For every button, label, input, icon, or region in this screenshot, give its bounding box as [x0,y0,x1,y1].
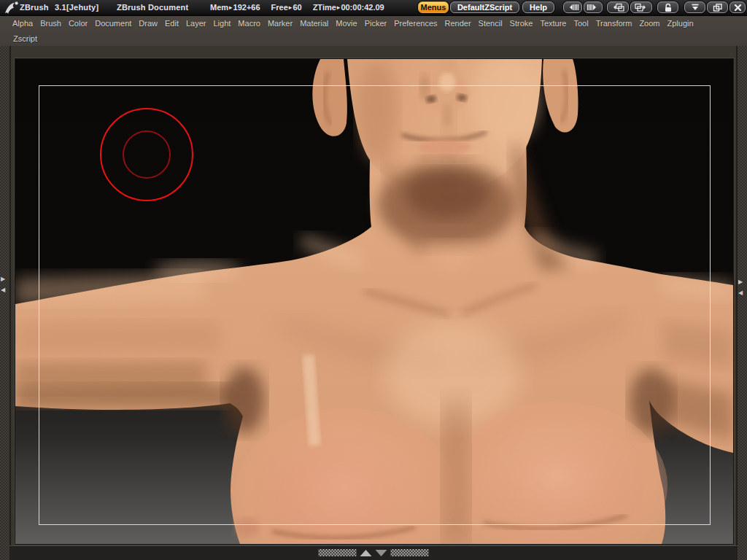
app-title: ZBrush [20,0,49,15]
title-bar: ZBrush 3.1[Jehuty] ZBrush Document Mem▸1… [0,0,747,16]
lock-button[interactable] [657,1,678,13]
stat-arrow-icon: ▸ [229,0,233,15]
menu-render[interactable]: Render [445,19,471,28]
left-tray-open-icon[interactable]: ▶ [1,276,5,283]
menu-zplugin[interactable]: Zplugin [667,19,694,28]
menu-color[interactable]: Color [69,19,88,28]
bottom-tray-handle[interactable] [319,549,429,556]
scrub-left-button[interactable] [563,1,582,13]
menus-button[interactable]: Menus [418,1,449,13]
bottom-tray-grip-left[interactable] [319,549,357,556]
help-button[interactable]: Help [522,1,554,13]
right-tray-strip[interactable]: ▶ ◀ [736,15,747,560]
default-zscript-button[interactable]: DefaultZScript [450,1,519,13]
restore-button[interactable] [707,1,728,13]
menu-material[interactable]: Material [300,19,328,28]
menu-document[interactable]: Document [95,19,131,28]
bottom-tray-grip-right[interactable] [391,549,429,556]
menu-marker[interactable]: Marker [268,19,293,28]
stat-arrow-icon: ▸ [337,0,341,15]
bottom-bar [9,545,738,560]
menu-bar: Alpha Brush Color Document Draw Edit Lay… [0,15,747,46]
left-tray-strip[interactable]: ▶ ◀ [0,15,11,560]
menu-stencil[interactable]: Stencil [479,19,503,28]
menu-tool[interactable]: Tool [573,19,588,28]
free-stat: Free▸60 [271,0,302,15]
windows-arrow-right-icon [634,2,649,12]
menu-zoom[interactable]: Zoom [639,19,659,28]
menu-zscript[interactable]: Zscript [13,34,37,43]
menu-texture[interactable]: Texture [540,19,566,28]
document-title: ZBrush Document [117,0,188,15]
menu-brush[interactable]: Brush [40,19,61,28]
menu-transform[interactable]: Transform [596,19,632,28]
app-version: 3.1[Jehuty] [55,0,98,15]
scrub-right-button[interactable] [584,1,603,13]
windows-arrow-left-icon [611,2,625,12]
zbrush-logo-icon [4,1,20,15]
menu-row-1: Alpha Brush Color Document Draw Edit Lay… [0,15,747,31]
status-stats: Mem▸192+66 Free▸60 ZTime▸00:00:42.09 [210,0,384,15]
lock-icon [663,3,673,12]
collapse-down-icon [690,3,700,12]
menu-preferences[interactable]: Preferences [394,19,437,28]
menu-draw[interactable]: Draw [139,19,158,28]
close-icon [734,4,742,12]
tray-down-icon[interactable] [376,550,387,556]
menu-light[interactable]: Light [214,19,231,28]
right-tray-close-icon[interactable]: ◀ [738,289,743,297]
menu-macro[interactable]: Macro [238,19,260,28]
scrub-left-icon [566,3,579,12]
menu-alpha[interactable]: Alpha [12,19,33,28]
document-border-frame [39,85,711,525]
mem-stat: Mem▸192+66 [210,0,260,15]
close-button[interactable] [729,1,746,13]
dock-left-button[interactable] [607,1,629,13]
hide-ui-button[interactable] [684,1,705,13]
tray-up-icon[interactable] [360,550,372,556]
left-tray-close-icon[interactable]: ◀ [1,287,5,294]
ztime-stat: ZTime▸00:00:42.09 [313,0,384,15]
stat-arrow-icon: ▸ [289,0,293,15]
document-canvas[interactable] [15,58,734,545]
menu-picker[interactable]: Picker [365,19,387,28]
menu-movie[interactable]: Movie [336,19,357,28]
menu-edit[interactable]: Edit [165,19,179,28]
restore-windows-icon [712,3,723,12]
menu-stroke[interactable]: Stroke [510,19,533,28]
scrub-right-icon [587,3,600,12]
dock-right-button[interactable] [630,1,652,13]
menu-layer[interactable]: Layer [186,19,206,28]
menu-row-2: Zscript [0,31,747,46]
right-tray-open-icon[interactable]: ▶ [738,279,743,286]
